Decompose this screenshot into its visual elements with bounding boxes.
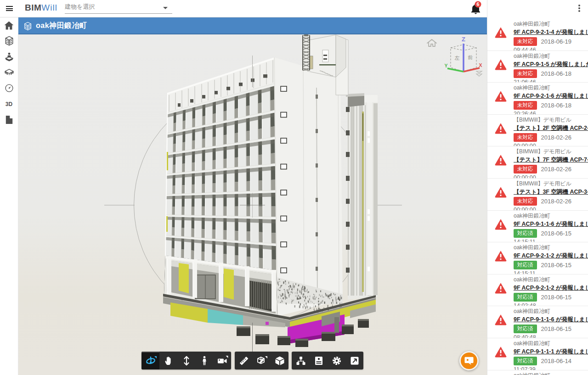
- svg-text:6: 6: [477, 1, 480, 7]
